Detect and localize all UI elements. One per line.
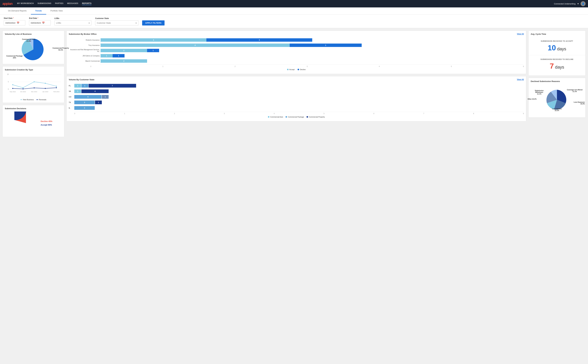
broker-x-labels: 0 1 2 3 4 5 6 [69,66,524,67]
broker-accept-3: 1 [101,54,113,58]
calendar-icon2: 📅 [42,22,45,24]
user-name: Connected Underwriting [554,3,575,5]
renewals-label: Renewals [39,99,46,101]
broker-row-0: Roberts Insurance 3 3 [69,38,524,42]
customer-state-group: Customer State [95,17,138,26]
decline-circle [298,69,299,70]
start-date-input[interactable]: 03/03/2022 📅 [4,20,25,26]
customer-state-legend: Commercial Auto Commercial Package Comme… [69,116,524,118]
broker-row-1: Troy Insurance 4 1 [69,44,524,47]
x5: 5 [451,66,452,67]
x0: 0 [90,66,91,67]
accept-label: Accept 55% [41,124,52,126]
svg-text:Sep 2022: Sep 2022 [10,91,16,92]
end-date-group: End Date * 03/03/2023 📅 [29,17,51,26]
svg-point-20 [56,87,57,88]
fl-package: 1 [81,84,88,88]
tab-trends[interactable]: Trends [31,7,46,14]
nav-messages[interactable]: MESSAGES [67,2,78,5]
auto-legend-label: Commercial Auto [270,116,283,118]
nav-my-workbench[interactable]: MY WORKBENCH [17,2,34,5]
state-row-il: IL 3 [69,106,524,110]
nav-reports[interactable]: REPORTS [82,2,91,5]
state-fl: FL [69,85,73,87]
nav-submissions[interactable]: SUBMISSIONS [38,2,52,5]
state-row-va: VA 1 4 [69,89,524,93]
broker-legend: Accept Decline [69,69,524,71]
fl-auto: 1 [74,84,81,88]
accept-days-unit: days [557,46,566,51]
volume-by-lob-card: Volume By Line of Business Commercial Au… [2,31,64,64]
lobs-select-wrapper [54,20,91,26]
customer-state-input[interactable] [95,20,138,26]
broker-x-axis-line [100,65,524,65]
broker-view-all[interactable]: View All [517,33,524,35]
decisions-labels: Decline 45% Accept 55% [41,120,52,126]
submission-creation-card: Submission Creation By Type 10 5 0 Sep 2… [2,66,64,103]
accept-value-row: 10 days [533,44,581,52]
auto-legend: Commercial Auto [268,116,283,118]
submission-creation-legend: New Business Renewals [5,99,62,101]
tab-portfolio-view[interactable]: Portfolio View [46,7,67,14]
x2: 2 [235,66,235,67]
va-auto: 1 [74,89,81,93]
broker-name-2: Insurance and Risk Management Services, … [69,49,100,52]
accept-cycle-time: SUBMISSION RECEIVED TO ACCEPT 10 days [531,37,583,55]
filters-bar: Start Date * 03/03/2022 📅 End Date * 03/… [0,15,588,28]
line-chart-svg: 10 5 0 Sep 2022 Oct 2022 Dec 2022 Jan 20… [5,73,62,98]
top-nav: appian MY WORKBENCH SUBMISSIONS PARTIES … [0,0,588,7]
property-legend: Commercial Property [307,116,325,118]
renewals-dot [36,99,38,100]
end-date-value: 03/03/2023 [31,22,41,24]
state-row-fl: FL 1 1 7 [69,84,524,88]
co-track: 4 1 [74,95,524,99]
state-tx: TX [69,101,73,103]
customer-state-card: Volume By Customer State View All FL 1 1… [66,76,526,121]
state-row-tx: TX 3 1 [69,101,524,104]
broker-decline-0: 3 [206,38,312,42]
broker-accept-1: 4 [101,44,290,47]
decline-cycle-time: SUBMISSION RECEIVED TO DECLINE 7 days [531,55,583,73]
lobs-input[interactable] [54,20,91,26]
tab-on-demand-reports[interactable]: On-Demand Reports [4,7,31,14]
state-x-labels: 0 1 2 3 4 5 6 7 8 9 [69,113,524,114]
broker-name-4: Marsh Commercial [69,60,100,62]
x4: 4 [379,66,380,67]
fl-property: 7 [89,84,136,88]
dropdown-icon[interactable]: ▼ [577,3,579,5]
auto-circle [268,116,269,118]
broker-decline-1: 1 [290,44,362,47]
start-date-group: Start Date * 03/03/2022 📅 [4,17,25,26]
commercial-package-label: Commercial Package 25% [6,55,23,59]
svg-text:5: 5 [8,81,9,83]
decisions-pie-svg [14,111,38,135]
tx-property: 1 [95,101,102,104]
left-column: Volume By Line of Business Commercial Au… [2,31,64,137]
state-co: CO [69,96,73,98]
app-logo: appian [2,2,13,6]
new-business-label: New Business [23,99,34,101]
state-row-co: CO 4 1 [69,95,524,99]
apply-filters-button[interactable]: APPLY FILTERS [142,20,164,26]
submission-withdrawn-label: Submission Withdrawn 11.1% [532,90,546,95]
volume-by-lob-chart: Commercial Auto 21.9% Commercial Propert… [5,37,62,62]
end-date-input[interactable]: 03/03/2023 📅 [29,20,51,26]
declined-pie-area: Submission Withdrawn 11.1% Coverage not … [531,84,583,115]
start-date-label: Start Date * [4,17,25,19]
svg-point-15 [56,86,57,87]
start-date-value: 03/03/2022 [5,22,15,24]
svg-text:0: 0 [8,88,9,90]
declined-reasons-title: Declined Submission Reasons [531,80,583,83]
logo-text: appian [2,2,13,6]
va-track: 1 4 [74,89,524,93]
submission-decisions-title: Submission Decisions [5,107,62,110]
nav-parties[interactable]: PARTIES [55,2,64,5]
customer-state-view-all[interactable]: View All [517,78,524,81]
new-business-legend: New Business [20,99,34,101]
package-legend-label: Commercial Package [288,116,304,118]
broker-accept-legend: Accept [287,69,295,71]
fl-track: 1 1 7 [74,84,524,88]
avg-cycle-time-title: Avg. Cycle Time [531,33,583,35]
svg-point-12 [23,87,24,88]
va-property: 4 [81,89,109,93]
